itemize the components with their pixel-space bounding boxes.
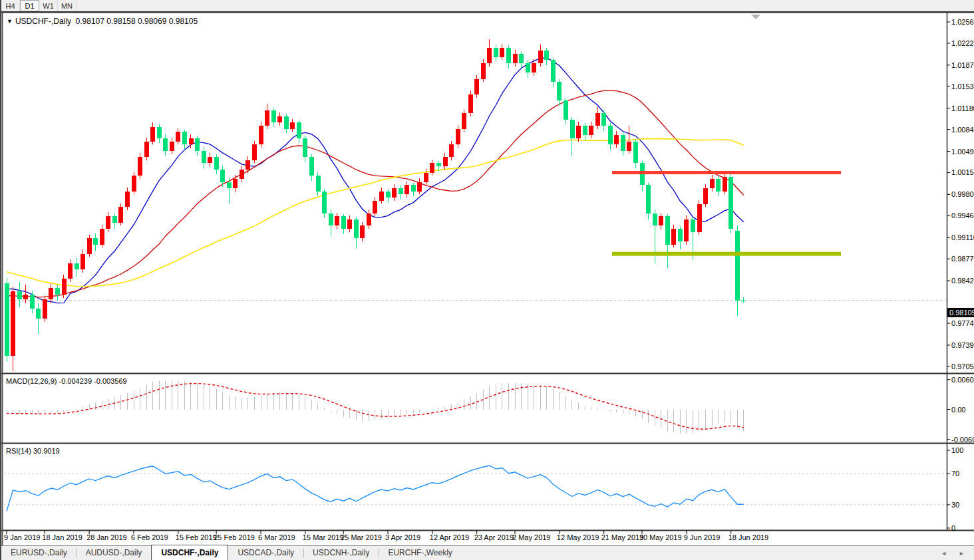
chart-canvas[interactable]: 1.025601.022201.018701.015301.011801.008… [1, 12, 974, 545]
tab-scroll-left-icon[interactable]: ◄ [941, 550, 947, 557]
svg-text:1.01870: 1.01870 [951, 61, 974, 69]
trading-terminal-window: H4D1W1MN 1.025601.022201.018701.015301.0… [0, 0, 974, 560]
svg-text:9 Jan 2019: 9 Jan 2019 [4, 533, 40, 541]
svg-text:25 Mar 2019: 25 Mar 2019 [341, 533, 382, 541]
svg-text:28 Jan 2019: 28 Jan 2019 [86, 533, 127, 541]
svg-text:9 Jun 2019: 9 Jun 2019 [684, 533, 720, 541]
tab-eurchf-weekly[interactable]: EURCHF-,Weekly [379, 546, 461, 560]
rsi-axis: 10070300 [947, 446, 963, 532]
svg-text:1.02220: 1.02220 [951, 39, 974, 47]
svg-text:0.97050: 0.97050 [951, 362, 974, 370]
tab-usdcad-daily[interactable]: USDCAD-,Daily [228, 546, 303, 560]
svg-text:6 Feb 2019: 6 Feb 2019 [131, 533, 168, 541]
svg-text:0.99110: 0.99110 [951, 233, 974, 241]
timeframe-button-d1[interactable]: D1 [20, 0, 39, 11]
svg-text:18 Jun 2019: 18 Jun 2019 [729, 533, 769, 541]
tab-scroll-right-icon[interactable]: ► [959, 550, 965, 557]
svg-text:0.99460: 0.99460 [951, 211, 974, 219]
macd-axis: 0.0060580.00-0.006096 [947, 376, 974, 444]
svg-text:-0.006096: -0.006096 [951, 436, 974, 444]
tab-usdchf-daily[interactable]: USDCHF-,Daily [151, 545, 228, 560]
svg-text:21 May 2019: 21 May 2019 [601, 533, 644, 541]
svg-text:100: 100 [951, 446, 963, 454]
svg-text:23 Apr 2019: 23 Apr 2019 [474, 533, 514, 541]
macd-panel [7, 380, 744, 434]
resistance-line[interactable] [612, 171, 841, 174]
svg-text:0.006058: 0.006058 [951, 376, 974, 384]
svg-text:0.98770: 0.98770 [951, 255, 974, 263]
svg-text:0: 0 [951, 524, 955, 532]
timeframe-button-h4[interactable]: H4 [1, 0, 20, 11]
chart-tab-bar: EURUSD-,DailyAUDUSD-,DailyUSDCHF-,DailyU… [1, 545, 974, 560]
timeframe-toolbar: H4D1W1MN [1, 0, 974, 12]
rsi-indicator-label: RSI(14) 30.9019 [6, 447, 60, 455]
svg-text:2 May 2019: 2 May 2019 [512, 533, 550, 541]
svg-text:30 May 2019: 30 May 2019 [639, 533, 682, 541]
svg-text:25 Feb 2019: 25 Feb 2019 [214, 533, 255, 541]
svg-text:0.98420: 0.98420 [951, 277, 974, 285]
svg-text:6 Mar 2019: 6 Mar 2019 [258, 533, 295, 541]
svg-text:1.00150: 1.00150 [951, 168, 974, 176]
price-axis: 1.025601.022201.018701.015301.011801.008… [947, 18, 974, 370]
svg-text:1.01530: 1.01530 [951, 82, 974, 90]
svg-text:0.99800: 0.99800 [951, 190, 974, 198]
timeframe-button-w1[interactable]: W1 [39, 0, 58, 11]
ohlc-values: 0.98107 0.98158 0.98069 0.98105 [76, 17, 198, 26]
macd-indicator-label: MACD(12,26,9) -0.004239 -0.003569 [6, 377, 127, 385]
svg-text:15 Feb 2019: 15 Feb 2019 [176, 533, 217, 541]
svg-text:12 May 2019: 12 May 2019 [557, 533, 599, 541]
svg-text:1.00840: 1.00840 [951, 126, 974, 134]
svg-text:0.97740: 0.97740 [951, 319, 974, 327]
svg-text:0.00: 0.00 [951, 406, 965, 414]
collapse-triangle-icon[interactable]: ▼ [7, 18, 13, 25]
tab-usdcnh-daily[interactable]: USDCNH-,Daily [303, 546, 379, 560]
svg-text:18 Jan 2019: 18 Jan 2019 [42, 533, 82, 541]
symbol-label: USDCHF-,Daily [15, 17, 71, 26]
svg-text:30: 30 [951, 501, 959, 509]
date-axis: 9 Jan 201918 Jan 201928 Jan 20196 Feb 20… [4, 531, 768, 541]
svg-text:1.02560: 1.02560 [951, 18, 974, 26]
svg-text:0.97390: 0.97390 [951, 341, 974, 349]
chart-title: ▼USDCHF-,Daily 0.98107 0.98158 0.98069 0… [7, 17, 198, 26]
svg-text:1.01180: 1.01180 [951, 104, 974, 112]
moving-averages [7, 58, 744, 303]
tab-eurusd-daily[interactable]: EURUSD-,Daily [1, 546, 77, 560]
chart-shift-marker-icon[interactable] [751, 15, 760, 19]
current-price-tag: 0.98105 [947, 308, 974, 317]
svg-text:12 Apr 2019: 12 Apr 2019 [430, 533, 469, 541]
svg-text:15 Mar 2019: 15 Mar 2019 [303, 533, 344, 541]
svg-text:70: 70 [951, 470, 959, 478]
support-line[interactable] [612, 252, 841, 256]
svg-text:3 Apr 2019: 3 Apr 2019 [385, 533, 420, 541]
tab-audusd-daily[interactable]: AUDUSD-,Daily [77, 546, 152, 560]
svg-text:1.00490: 1.00490 [951, 148, 974, 156]
timeframe-button-mn[interactable]: MN [58, 0, 77, 11]
candles [5, 39, 746, 371]
